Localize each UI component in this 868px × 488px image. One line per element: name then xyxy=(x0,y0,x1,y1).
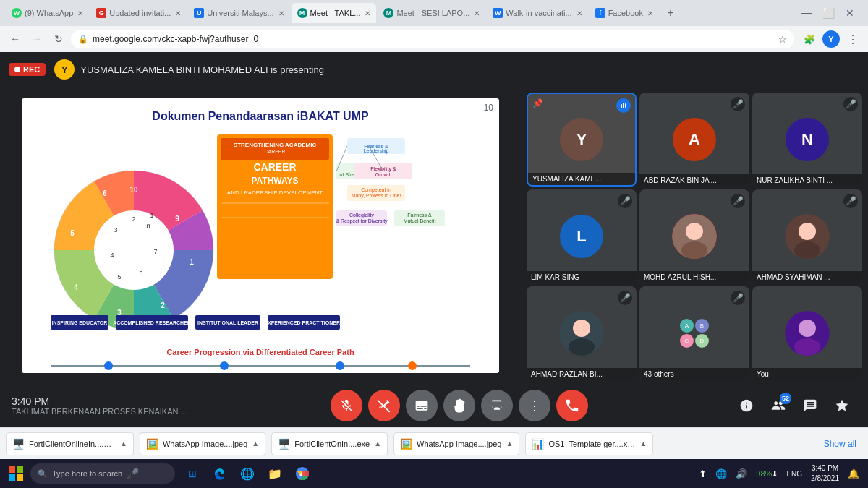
svg-text:7: 7 xyxy=(153,248,157,255)
mute-mic-button[interactable] xyxy=(331,390,362,421)
participant-tile-you[interactable]: You xyxy=(752,286,862,380)
download-arrow-icon[interactable]: ▲ xyxy=(506,440,513,448)
svg-text:Competent in: Competent in xyxy=(361,187,391,193)
participant-tile[interactable]: A 🎤 ABD RAZAK BIN JA'... xyxy=(639,93,749,187)
tab-facebook[interactable]: f Facebook ✕ xyxy=(590,3,659,23)
tab-close-icon[interactable]: ✕ xyxy=(474,9,480,17)
activities-button[interactable] xyxy=(827,391,856,420)
profile-icon[interactable]: Y xyxy=(822,30,841,48)
captions-button[interactable] xyxy=(406,390,438,421)
back-button[interactable]: ← xyxy=(6,30,25,48)
participant-tile[interactable]: L 🎤 LIM KAR SING xyxy=(527,189,637,283)
file-icon: 🖼️ xyxy=(400,438,412,450)
participant-tile-others[interactable]: A B C D 🎤 43 others xyxy=(639,286,749,380)
download-arrow-icon[interactable]: ▲ xyxy=(374,440,381,448)
svg-text:1: 1 xyxy=(190,258,194,266)
participant-tile[interactable]: 🎤 AHMAD RAZLAN BI... xyxy=(527,286,637,380)
svg-text:& Respect for Diversity: & Respect for Diversity xyxy=(336,218,388,224)
mute-icon: 🎤 xyxy=(618,291,632,305)
svg-rect-66 xyxy=(623,103,624,108)
taskbar-app-fileexplorer[interactable]: 📁 xyxy=(262,461,288,487)
taskbar-clock[interactable]: 3:40 PM 2/8/2021 xyxy=(808,462,842,485)
download-item-2[interactable]: 🖼️ WhatsApp Image....jpeg ▲ xyxy=(140,432,265,455)
tab-close-icon[interactable]: ✕ xyxy=(77,9,83,17)
toggle-camera-button[interactable] xyxy=(368,390,400,421)
tab-close-icon[interactable]: ✕ xyxy=(175,9,181,17)
download-item-1[interactable]: 🖥️ FortiClientOnlineIn....exe ▲ xyxy=(6,432,134,455)
raise-hand-button[interactable] xyxy=(443,390,475,421)
close-browser-button[interactable]: ✕ xyxy=(841,4,859,22)
taskbar-search[interactable]: 🔍 Type here to search 🎤 xyxy=(30,463,175,484)
svg-text:Fairness &: Fairness & xyxy=(407,213,432,218)
taskbar-network-icon[interactable]: 🌐 xyxy=(712,467,730,481)
rec-badge: REC xyxy=(9,63,46,76)
taskbar-app-taskview[interactable]: ⊞ xyxy=(179,461,205,487)
taskbar-lang[interactable]: ENG xyxy=(783,468,805,479)
tab-meet-active[interactable]: M Meet - TAKL... ✕ xyxy=(292,3,377,23)
participants-grid: Y 📌 YUSMALIZA KAME... A 🎤 xyxy=(527,93,862,380)
taskbar-speaker-icon[interactable]: 🔊 xyxy=(733,467,750,481)
meeting-side-controls: 52 xyxy=(732,391,856,420)
participant-tile[interactable]: N 🎤 NUR ZALIKHA BINTI ... xyxy=(752,93,862,187)
tab-whatsapp[interactable]: W (9) WhatsApp ✕ xyxy=(6,3,89,23)
tab-bar: W (9) WhatsApp ✕ G Updated invitati... ✕… xyxy=(0,0,868,26)
participant-tile[interactable]: 🎤 AHMAD SYAHIMAN ... xyxy=(752,189,862,283)
tab-vaccine[interactable]: W Walk-in vaccinati... ✕ xyxy=(487,3,587,23)
minimize-button[interactable]: — xyxy=(797,4,816,22)
participant-name: AHMAD SYAHIMAN ... xyxy=(752,271,862,283)
svg-text:CAREER: CAREER xyxy=(253,161,296,173)
taskbar-battery[interactable]: 98%⬇ xyxy=(753,468,780,479)
mute-icon: 🎤 xyxy=(731,291,745,305)
taskbar: 🔍 Type here to search 🎤 ⊞ 🌐 📁 ⬆ 🌐 🔊 98%⬇ xyxy=(0,459,868,488)
microphone-icon[interactable]: 🎤 xyxy=(127,468,139,479)
address-bar[interactable]: 🔒 meet.google.com/ckc-xapb-fwj?authuser=… xyxy=(71,30,794,48)
tab-ump[interactable]: U Universiti Malays... ✕ xyxy=(188,3,289,23)
taskbar-app-chrome[interactable] xyxy=(289,461,315,487)
taskbar-notifications[interactable]: 🔔 xyxy=(845,467,862,481)
forward-button[interactable]: → xyxy=(27,30,46,48)
download-arrow-icon[interactable]: ▲ xyxy=(639,440,647,448)
svg-text:5: 5 xyxy=(117,273,121,281)
start-button[interactable] xyxy=(3,461,29,487)
tab-meet2[interactable]: M Meet - SESI LAPO... ✕ xyxy=(378,3,485,23)
taskbar-app-cortana[interactable]: 🌐 xyxy=(234,461,260,487)
presenter-avatar: Y xyxy=(54,59,75,80)
new-tab-button[interactable]: + xyxy=(660,3,681,23)
chat-button[interactable] xyxy=(796,391,825,420)
svg-text:Collegiality: Collegiality xyxy=(349,213,374,218)
end-call-button[interactable] xyxy=(556,390,588,421)
download-arrow-icon[interactable]: ▲ xyxy=(120,440,127,448)
svg-text:Career Progression via Differe: Career Progression via Differentiated Ca… xyxy=(166,348,354,356)
download-item-5[interactable]: 📊 OS1_Template ger....xlsx ▲ xyxy=(525,432,653,455)
tab-gmail[interactable]: G Updated invitati... ✕ xyxy=(90,3,187,23)
people-button[interactable]: 52 xyxy=(764,391,793,420)
meeting-info-button[interactable] xyxy=(732,391,761,420)
refresh-button[interactable]: ↻ xyxy=(49,30,68,48)
tab-close-icon[interactable]: ✕ xyxy=(576,9,582,17)
download-filename: WhatsApp Image....jpeg xyxy=(417,440,501,448)
tab-close-icon[interactable]: ✕ xyxy=(365,9,370,17)
download-item-4[interactable]: 🖼️ WhatsApp Image....jpeg ▲ xyxy=(393,432,519,455)
present-screen-button[interactable] xyxy=(481,390,513,421)
participant-tile[interactable]: 🎤 MOHD AZRUL HISH... xyxy=(639,189,749,283)
tab-close-icon[interactable]: ✕ xyxy=(647,9,653,17)
meeting-time: 3:40 PM xyxy=(12,395,187,407)
taskbar-notifications-icon[interactable]: ⬆ xyxy=(696,467,710,481)
show-all-downloads-button[interactable]: Show all xyxy=(818,436,862,452)
download-item-3[interactable]: 🖥️ FortiClientOnIn....exe ▲ xyxy=(271,432,388,455)
more-options-button[interactable]: ⋮ xyxy=(519,390,550,421)
mute-icon: 🎤 xyxy=(618,194,632,208)
maximize-button[interactable]: ⬜ xyxy=(819,4,838,22)
mute-icon: 🎤 xyxy=(731,194,745,208)
bookmark-icon[interactable]: ☆ xyxy=(778,34,787,45)
taskbar-app-edge[interactable] xyxy=(207,461,233,487)
download-arrow-icon[interactable]: ▲ xyxy=(252,440,259,448)
svg-text:EXPERIENCED PRACTITIONERS: EXPERIENCED PRACTITIONERS xyxy=(264,320,344,325)
presenting-text: YUSMALIZA KAMELA BINTI MOHAMED ALI is pr… xyxy=(80,64,324,75)
participant-tile[interactable]: Y 📌 YUSMALIZA KAME... xyxy=(527,93,637,187)
download-filename: WhatsApp Image....jpeg xyxy=(163,440,247,448)
menu-button[interactable]: ⋮ xyxy=(843,30,862,48)
svg-text:INSPIRING EDUCATOR: INSPIRING EDUCATOR xyxy=(52,320,108,325)
tab-close-icon[interactable]: ✕ xyxy=(278,9,284,17)
extensions-icon[interactable]: 🧩 xyxy=(800,30,819,48)
